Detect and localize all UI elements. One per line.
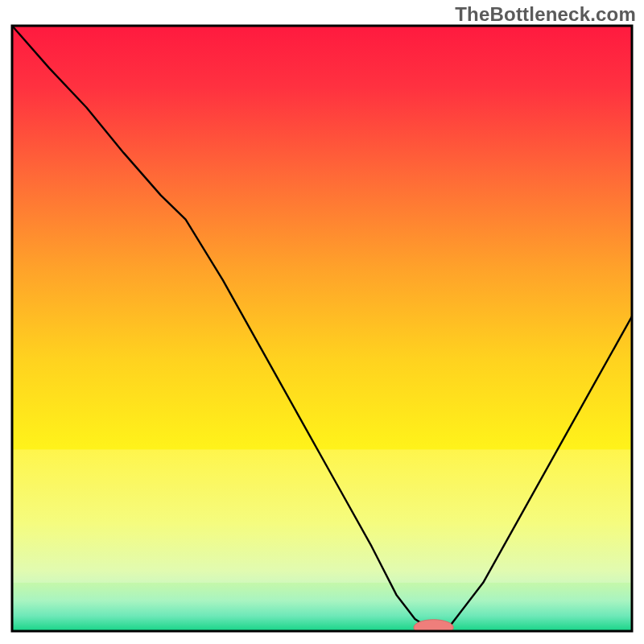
pale-band (12, 449, 632, 582)
chart-stage: TheBottleneck.com (0, 0, 644, 644)
bottleneck-chart (0, 0, 644, 644)
plot-area (12, 26, 632, 635)
watermark-text: TheBottleneck.com (455, 3, 636, 26)
optimal-point-marker (414, 620, 453, 636)
